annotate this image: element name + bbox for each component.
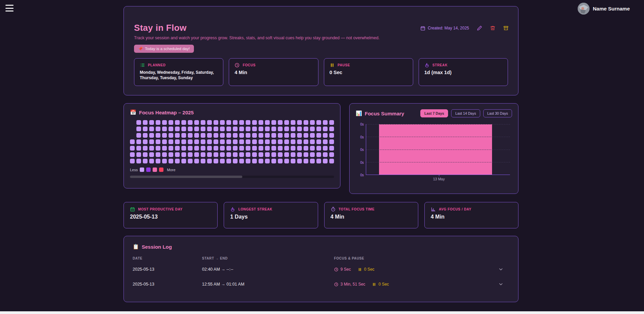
heatmap-cell[interactable]: [265, 159, 270, 163]
heatmap-cell[interactable]: [271, 127, 276, 131]
heatmap-cell[interactable]: [201, 133, 205, 138]
heatmap-cell[interactable]: [291, 133, 295, 138]
heatmap-cell[interactable]: [162, 152, 167, 157]
heatmap-cell[interactable]: [265, 146, 270, 151]
heatmap-cell[interactable]: [297, 139, 302, 144]
heatmap-cell[interactable]: [220, 152, 225, 157]
heatmap-cell[interactable]: [259, 152, 263, 157]
session-row[interactable]: 2025-05-13 02:40 AM → --:-- 9 Sec 0 Sec: [133, 264, 509, 275]
expand-row-button[interactable]: [498, 282, 504, 287]
heatmap-cell[interactable]: [304, 133, 308, 138]
heatmap-cell[interactable]: [226, 146, 231, 151]
heatmap-cell[interactable]: [156, 146, 160, 151]
scrollbar-thumb[interactable]: [130, 176, 242, 178]
heatmap-cell[interactable]: [233, 152, 238, 157]
heatmap-cell[interactable]: [304, 139, 308, 144]
heatmap-cell[interactable]: [291, 146, 295, 151]
heatmap-cell[interactable]: [329, 120, 334, 125]
heatmap-cell[interactable]: [162, 159, 167, 163]
heatmap-cell[interactable]: [304, 146, 308, 151]
heatmap-cell[interactable]: [278, 127, 283, 131]
heatmap-cell[interactable]: [143, 146, 148, 151]
heatmap-cell[interactable]: [194, 120, 199, 125]
heatmap-cell[interactable]: [149, 139, 154, 144]
heatmap-cell[interactable]: [246, 127, 250, 131]
heatmap-cell[interactable]: [297, 146, 302, 151]
user-box[interactable]: Name Surname: [578, 3, 630, 15]
heatmap-cell[interactable]: [246, 152, 250, 157]
heatmap-cell[interactable]: [149, 120, 154, 125]
heatmap-cell[interactable]: [233, 127, 238, 131]
heatmap-cell[interactable]: [233, 133, 238, 138]
heatmap-cell[interactable]: [169, 133, 173, 138]
heatmap-cell[interactable]: [284, 127, 289, 131]
heatmap-cell[interactable]: [304, 127, 308, 131]
heatmap-cell[interactable]: [239, 146, 244, 151]
heatmap-cell[interactable]: [130, 146, 135, 151]
heatmap-cell[interactable]: [207, 133, 212, 138]
heatmap-cell[interactable]: [252, 152, 257, 157]
heatmap-cell[interactable]: [156, 133, 160, 138]
heatmap-cell[interactable]: [323, 120, 328, 125]
heatmap-cell[interactable]: [316, 152, 321, 157]
heatmap-scroll-area[interactable]: [130, 120, 334, 163]
heatmap-cell[interactable]: [143, 133, 148, 138]
heatmap-cell[interactable]: [316, 120, 321, 125]
heatmap-cell[interactable]: [181, 133, 186, 138]
heatmap-cell[interactable]: [169, 120, 173, 125]
heatmap-cell[interactable]: [156, 120, 160, 125]
heatmap-cell[interactable]: [233, 159, 238, 163]
heatmap-cell[interactable]: [181, 127, 186, 131]
archive-button[interactable]: [498, 25, 509, 31]
heatmap-cell[interactable]: [130, 139, 135, 144]
heatmap-cell[interactable]: [233, 146, 238, 151]
heatmap-cell[interactable]: [194, 146, 199, 151]
heatmap-cell[interactable]: [323, 127, 328, 131]
heatmap-cell[interactable]: [143, 127, 148, 131]
heatmap-cell[interactable]: [220, 120, 225, 125]
range-button-30d[interactable]: Last 30 Days: [483, 109, 512, 117]
heatmap-cell[interactable]: [220, 146, 225, 151]
heatmap-cell[interactable]: [143, 139, 148, 144]
delete-button[interactable]: [485, 25, 495, 31]
heatmap-cell[interactable]: [226, 120, 231, 125]
heatmap-cell[interactable]: [316, 159, 321, 163]
heatmap-cell[interactable]: [239, 133, 244, 138]
heatmap-cell[interactable]: [316, 146, 321, 151]
heatmap-cell[interactable]: [310, 146, 315, 151]
heatmap-cell[interactable]: [259, 159, 263, 163]
heatmap-cell[interactable]: [207, 152, 212, 157]
heatmap-cell[interactable]: [201, 127, 205, 131]
heatmap-cell[interactable]: [220, 139, 225, 144]
expand-row-button[interactable]: [498, 267, 504, 272]
heatmap-cell[interactable]: [143, 152, 148, 157]
heatmap-cell[interactable]: [291, 159, 295, 163]
heatmap-cell[interactable]: [246, 146, 250, 151]
heatmap-cell[interactable]: [194, 133, 199, 138]
heatmap-cell[interactable]: [136, 127, 141, 131]
heatmap-cell[interactable]: [194, 159, 199, 163]
heatmap-cell[interactable]: [310, 139, 315, 144]
heatmap-cell[interactable]: [149, 159, 154, 163]
heatmap-cell[interactable]: [207, 127, 212, 131]
heatmap-cell[interactable]: [143, 159, 148, 163]
heatmap-cell[interactable]: [239, 139, 244, 144]
edit-button[interactable]: [472, 25, 482, 31]
heatmap-cell[interactable]: [265, 139, 270, 144]
menu-icon[interactable]: [5, 5, 14, 12]
heatmap-cell[interactable]: [175, 146, 180, 151]
heatmap-cell[interactable]: [169, 152, 173, 157]
heatmap-cell[interactable]: [169, 139, 173, 144]
heatmap-cell[interactable]: [226, 139, 231, 144]
heatmap-cell[interactable]: [265, 127, 270, 131]
heatmap-cell[interactable]: [310, 127, 315, 131]
heatmap-cell[interactable]: [291, 120, 295, 125]
heatmap-cell[interactable]: [136, 159, 141, 163]
heatmap-cell[interactable]: [329, 127, 334, 131]
heatmap-cell[interactable]: [143, 120, 148, 125]
heatmap-cell[interactable]: [291, 152, 295, 157]
heatmap-cell[interactable]: [207, 146, 212, 151]
heatmap-cell[interactable]: [278, 146, 283, 151]
heatmap-cell[interactable]: [239, 152, 244, 157]
heatmap-cell[interactable]: [162, 120, 167, 125]
